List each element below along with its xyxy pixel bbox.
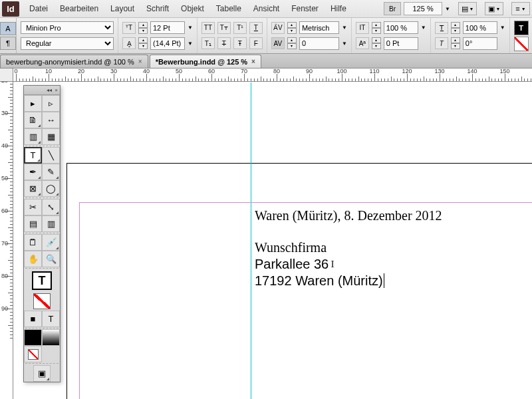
rectangle-frame-tool[interactable]: ⊠ bbox=[24, 180, 42, 197]
apply-text-icon[interactable]: T bbox=[42, 311, 60, 327]
scissors-tool[interactable]: ✂ bbox=[24, 199, 42, 215]
date-location-text[interactable]: Waren (Müritz), 8. Dezember 2012 bbox=[255, 207, 442, 224]
subscript-icon[interactable]: T₁ bbox=[201, 37, 215, 49]
content-collector-tool[interactable]: ▥ bbox=[24, 128, 42, 145]
tracking-icon: AV bbox=[271, 37, 285, 49]
fill-stroke-swatch[interactable]: T bbox=[24, 269, 60, 292]
menu-schrift[interactable]: Schrift bbox=[140, 1, 175, 16]
menu-objekt[interactable]: Objekt bbox=[175, 1, 210, 16]
skew-input[interactable] bbox=[463, 37, 497, 50]
document-tab[interactable]: bewerbung-anonymisiert.indd @ 100 %× bbox=[0, 55, 148, 68]
line-tool[interactable]: ╲ bbox=[42, 147, 60, 164]
vscale-stepper[interactable]: ▴▾ bbox=[372, 22, 381, 34]
page-tool[interactable]: 🗎 bbox=[24, 112, 42, 128]
horizontal-ruler[interactable]: 0102030405060708090100110120130140150 bbox=[13, 68, 532, 82]
tracking-stepper[interactable]: ▴▾ bbox=[287, 37, 297, 49]
zoom-level[interactable]: 125 % bbox=[404, 2, 442, 15]
menu-layout[interactable]: Layout bbox=[104, 1, 140, 16]
eyedropper-tool[interactable]: 💉 bbox=[42, 234, 60, 251]
menu-hilfe[interactable]: Hilfe bbox=[325, 1, 352, 16]
normal-view-mode[interactable]: ▣ bbox=[33, 365, 51, 382]
hscale-input[interactable] bbox=[463, 21, 497, 34]
city-text[interactable]: 17192 Waren (Müritz) bbox=[255, 273, 384, 289]
tab-close-icon[interactable]: × bbox=[251, 58, 255, 65]
bridge-button[interactable]: Br bbox=[384, 2, 401, 15]
paragraph-formatting-mode-icon[interactable]: ¶ bbox=[0, 37, 16, 50]
pencil-tool[interactable]: ✎ bbox=[42, 164, 60, 180]
collapse-icon[interactable]: ◂◂ bbox=[47, 87, 52, 93]
allcaps-icon[interactable]: TT bbox=[201, 22, 215, 34]
pen-tool[interactable]: ✒ bbox=[24, 164, 42, 180]
company-text[interactable]: Wunschfirma bbox=[255, 239, 327, 256]
ellipse-tool[interactable]: ◯ bbox=[42, 180, 60, 197]
stroke-none-icon[interactable] bbox=[514, 37, 529, 51]
close-icon[interactable]: × bbox=[55, 87, 58, 93]
tools-panel[interactable]: ◂◂× ▸ ▹ 🗎 ↔ ▥ ▦ T ╲ ✒ ✎ ⊠ ◯ ✂ ⤡ ▤ ▥ 🗒 💉 … bbox=[23, 85, 61, 382]
note-tool[interactable]: 🗒 bbox=[24, 234, 42, 251]
canvas[interactable]: Waren (Müritz), 8. Dezember 2012 Wunschf… bbox=[13, 82, 532, 399]
baseline-input[interactable] bbox=[384, 37, 418, 50]
font-style-dropdown[interactable]: Regular bbox=[21, 37, 114, 50]
no-break-icon[interactable]: F bbox=[249, 37, 263, 49]
default-fill-none-icon[interactable] bbox=[33, 293, 51, 309]
menu-bearbeiten[interactable]: Bearbeiten bbox=[54, 1, 104, 16]
character-formatting-mode-icon[interactable]: A bbox=[0, 22, 16, 35]
view-options-icon[interactable]: ▤▼ bbox=[458, 2, 477, 15]
free-transform-tool[interactable]: ⤡ bbox=[42, 199, 60, 215]
document-tab[interactable]: *Bewerbung.indd @ 125 %× bbox=[150, 55, 261, 68]
ligatures-icon[interactable]: Ŧ bbox=[233, 37, 247, 49]
menu-tabelle[interactable]: Tabelle bbox=[210, 1, 247, 16]
ruler-origin[interactable] bbox=[0, 68, 13, 82]
hscale-stepper[interactable]: ▴▾ bbox=[451, 22, 460, 34]
gradient-swatch-tool[interactable]: ▤ bbox=[24, 215, 42, 232]
tools-panel-titlebar[interactable]: ◂◂× bbox=[24, 86, 60, 95]
font-size-stepper[interactable]: ▴▾ bbox=[138, 22, 148, 34]
horizontal-scale-icon: T̲ bbox=[435, 22, 448, 34]
formatting-text-indicator[interactable]: T bbox=[32, 271, 52, 290]
skew-stepper[interactable]: ▴▾ bbox=[451, 37, 460, 49]
apply-black-icon[interactable] bbox=[24, 329, 42, 346]
vertical-scale-icon: IT bbox=[356, 22, 369, 34]
kerning-icon: A̋V bbox=[271, 22, 285, 34]
screen-mode-icon[interactable]: ▣▼ bbox=[485, 2, 503, 15]
strikethrough-icon[interactable]: T bbox=[217, 37, 231, 49]
superscript-icon[interactable]: T¹ bbox=[233, 22, 247, 34]
leading-icon: A͇ bbox=[122, 37, 136, 49]
arrange-documents-icon[interactable]: ≡▼ bbox=[511, 2, 530, 15]
baseline-stepper[interactable]: ▴▾ bbox=[372, 37, 381, 49]
baseline-shift-icon: Aª bbox=[356, 37, 369, 49]
menu-fenster[interactable]: Fenster bbox=[285, 1, 325, 16]
vertical-ruler[interactable]: 0102030405060708090 bbox=[0, 82, 13, 399]
document-page: Waren (Müritz), 8. Dezember 2012 Wunschf… bbox=[66, 163, 532, 399]
font-family-dropdown[interactable]: Minion Pro bbox=[21, 21, 114, 34]
tab-close-icon[interactable]: × bbox=[138, 58, 142, 65]
menu-datei[interactable]: Datei bbox=[23, 1, 54, 16]
type-tool[interactable]: T bbox=[24, 147, 42, 164]
fill-text-icon[interactable]: T bbox=[514, 21, 529, 35]
leading-input[interactable] bbox=[150, 37, 185, 50]
kerning-input[interactable] bbox=[299, 21, 339, 34]
skew-icon: T bbox=[435, 37, 448, 49]
vscale-input[interactable] bbox=[384, 21, 418, 34]
menu-ansicht[interactable]: Ansicht bbox=[247, 1, 285, 16]
hand-tool[interactable]: ✋ bbox=[24, 251, 42, 267]
text-caret bbox=[384, 273, 384, 288]
underline-icon[interactable]: T bbox=[249, 22, 263, 34]
gap-tool[interactable]: ↔ bbox=[42, 112, 60, 128]
font-size-icon: ᵀT bbox=[122, 22, 136, 34]
apply-gradient-icon[interactable] bbox=[42, 329, 60, 346]
direct-selection-tool[interactable]: ▹ bbox=[42, 95, 60, 112]
page-margin bbox=[79, 202, 532, 399]
smallcaps-icon[interactable]: Tᴛ bbox=[217, 22, 231, 34]
leading-stepper[interactable]: ▴▾ bbox=[138, 37, 148, 49]
apply-none-icon[interactable] bbox=[24, 346, 42, 362]
apply-color-icon[interactable]: ■ bbox=[24, 311, 42, 327]
content-placer-tool[interactable]: ▦ bbox=[42, 128, 60, 145]
selection-tool[interactable]: ▸ bbox=[24, 95, 42, 112]
font-size-input[interactable] bbox=[150, 21, 185, 34]
zoom-tool[interactable]: 🔍 bbox=[42, 251, 60, 267]
kerning-stepper[interactable]: ▴▾ bbox=[287, 22, 297, 34]
gradient-feather-tool[interactable]: ▥ bbox=[42, 215, 60, 232]
tracking-input[interactable] bbox=[299, 37, 339, 50]
street-text[interactable]: Parkallee 36 I bbox=[255, 256, 334, 273]
